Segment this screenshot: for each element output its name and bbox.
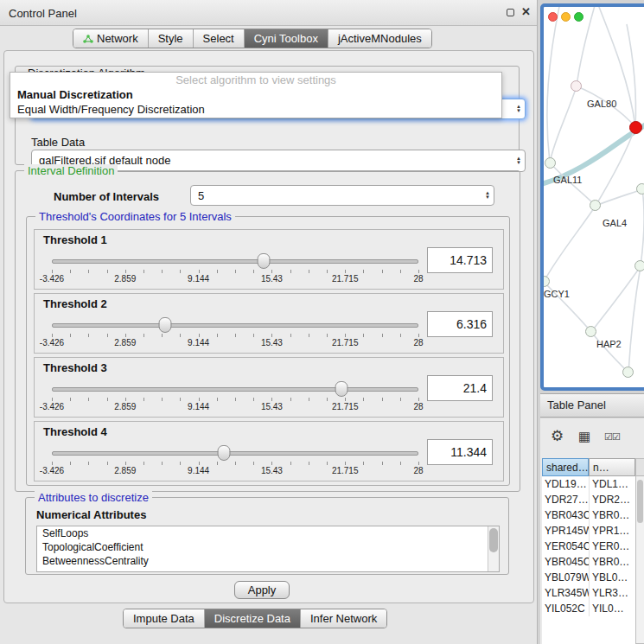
threshold-1-value-field[interactable]: 14.713 <box>427 247 493 273</box>
scale-tick-label: 15.43 <box>261 338 283 348</box>
columns-icon[interactable]: ▦ <box>578 429 590 444</box>
table-row[interactable]: YDR27…YDR2… <box>542 492 635 507</box>
table-panel-titlebar: Table Panel <box>540 393 644 418</box>
slider-track <box>52 387 418 392</box>
network-node[interactable] <box>636 183 644 194</box>
cell: YBL0… <box>589 570 635 585</box>
combo-arrows-icon: ▲▼ <box>516 105 521 113</box>
table-row[interactable]: YBR043CYBR0… <box>542 507 635 523</box>
node-label-hap2: HAP2 <box>596 339 622 349</box>
threshold-2-panel: Threshold 2 -3.426 2.859 9.144 15.43 21.… <box>34 293 504 354</box>
threshold-4-slider-handle[interactable] <box>218 445 231 461</box>
thresholds-group-title: Threshold's Coordinates for 5 Intervals <box>35 210 235 223</box>
select-rows-icon[interactable]: ☑☑ <box>604 431 620 443</box>
threshold-1-slider-handle[interactable] <box>257 253 270 269</box>
network-node[interactable] <box>590 200 601 211</box>
screenshot-root: Control Panel ✕ Network Style Select Cyn… <box>0 0 644 644</box>
scale-tick-label: 2.859 <box>114 466 136 475</box>
bottom-tab-bar: Impute Data Discretize Data Infer Networ… <box>123 609 387 628</box>
scale-tick-label: 15.43 <box>261 402 283 411</box>
threshold-3-slider-handle[interactable] <box>335 381 348 397</box>
scrollbar-thumb[interactable] <box>489 528 498 552</box>
threshold-1-slider[interactable] <box>52 252 418 270</box>
apply-button[interactable]: Apply <box>234 581 290 599</box>
tab-jactivemnodules[interactable]: jActiveMNodules <box>328 29 431 48</box>
zoom-light[interactable] <box>574 12 583 22</box>
close-window-icon[interactable]: ✕ <box>521 5 531 18</box>
threshold-3-slider[interactable] <box>52 380 418 398</box>
tab-cyni-toolbox-label: Cyni Toolbox <box>254 32 318 45</box>
numerical-attributes-list[interactable]: SelfLoops TopologicalCoefficient Between… <box>36 526 500 572</box>
list-item-topologicalcoefficient[interactable]: TopologicalCoefficient <box>37 540 499 554</box>
cell: YBR043C <box>542 507 589 523</box>
table-row[interactable]: YDL19…YDL1… <box>542 476 635 492</box>
table-row[interactable]: YER054CYER0… <box>542 539 635 554</box>
threshold-2-slider[interactable] <box>52 316 418 334</box>
table-row[interactable]: YLR345WYLR3… <box>542 585 635 601</box>
network-node-selected[interactable] <box>629 121 642 134</box>
slider-track <box>52 259 418 264</box>
float-window-icon[interactable] <box>507 9 514 16</box>
column-header-shared-name[interactable]: shared… <box>542 458 589 476</box>
tab-network-label: Network <box>97 32 138 45</box>
control-panel-window: Control Panel ✕ Network Style Select Cyn… <box>0 0 538 644</box>
scale-tick-label: 2.859 <box>114 274 136 284</box>
node-table-rows: YDL19…YDL1… YDR27…YDR2… YBR043CYBR0… YPR… <box>542 476 635 644</box>
tab-discretize-data[interactable]: Discretize Data <box>204 609 300 628</box>
tab-network[interactable]: Network <box>73 29 148 48</box>
table-row[interactable]: YPR145WYPR1… <box>542 523 635 539</box>
tab-style[interactable]: Style <box>148 29 193 48</box>
slider-ticks <box>52 462 419 465</box>
network-node[interactable] <box>634 260 644 271</box>
cell: YIL0… <box>589 601 635 616</box>
scale-tick-label: 28 <box>413 338 423 348</box>
cell: YER0… <box>589 539 635 554</box>
tab-impute-data[interactable]: Impute Data <box>124 609 204 628</box>
threshold-2-slider-handle[interactable] <box>159 317 172 333</box>
table-row[interactable]: YIL052CYIL0… <box>542 601 635 616</box>
threshold-2-label: Threshold 2 <box>43 297 107 310</box>
threshold-3-value-field[interactable]: 21.4 <box>427 375 493 401</box>
tab-infer-network[interactable]: Infer Network <box>300 609 386 628</box>
scale-tick-label: 21.715 <box>332 466 359 475</box>
tab-select[interactable]: Select <box>193 29 244 48</box>
thresholds-coordinates-group: Threshold's Coordinates for 5 Intervals … <box>26 216 510 486</box>
column-header-name[interactable]: n… <box>589 458 635 476</box>
network-node[interactable] <box>545 157 556 169</box>
list-item-betweennesscentrality[interactable]: BetweennessCentrality <box>37 554 499 568</box>
popup-option-manual-discretization[interactable]: Manual Discretization <box>10 87 501 102</box>
scrollbar-thumb[interactable] <box>637 480 643 523</box>
cyni-toolbox-panel: Discretization Algorithm ▲▼ Table Data g… <box>3 50 534 603</box>
list-scrollbar[interactable] <box>488 526 499 571</box>
top-tab-bar: Network Style Select Cyni Toolbox jActiv… <box>73 29 432 48</box>
scrollbar-corner <box>636 459 644 476</box>
network-node[interactable] <box>585 326 596 337</box>
table-row[interactable]: YBL079WYBL0… <box>542 570 635 585</box>
popup-option-equal-width-frequency[interactable]: Equal Width/Frequency Discretization <box>10 102 501 117</box>
cell: YDR27… <box>542 492 589 507</box>
threshold-2-value-field[interactable]: 6.316 <box>427 311 493 337</box>
threshold-4-slider[interactable] <box>52 444 418 462</box>
table-row[interactable]: YBR045CYBR0… <box>542 554 635 570</box>
close-light[interactable] <box>548 12 558 22</box>
tab-cyni-toolbox[interactable]: Cyni Toolbox <box>244 29 328 48</box>
scale-tick-label: 2.859 <box>114 402 136 411</box>
list-item-selfloops[interactable]: SelfLoops <box>37 526 499 540</box>
settings-gear-icon[interactable]: ⚙ <box>551 427 564 445</box>
attributes-group-title: Attributes to discretize <box>35 491 152 504</box>
network-node[interactable] <box>571 80 582 92</box>
node-label-gcy1: GCY1 <box>544 289 570 299</box>
slider-scale: -3.426 2.859 9.144 15.43 21.715 28 <box>52 274 418 284</box>
slider-ticks <box>52 334 419 337</box>
tab-discretize-data-label: Discretize Data <box>214 612 290 625</box>
scale-tick-label: 2.859 <box>114 338 136 348</box>
threshold-1-panel: Threshold 1 -3.426 2.859 9.144 15.43 21.… <box>34 229 504 290</box>
popup-prompt: Select algorithm to view settings <box>10 73 501 87</box>
interval-definition-group: Interval Definition Number of Intervals … <box>15 170 520 492</box>
slider-track <box>52 451 418 456</box>
minimize-light[interactable] <box>561 12 571 22</box>
table-scrollbar[interactable] <box>635 458 644 644</box>
network-node[interactable] <box>622 367 634 378</box>
number-of-intervals-spinner[interactable]: 5 ▲▼ <box>190 185 494 206</box>
threshold-4-value-field[interactable]: 11.344 <box>427 439 493 465</box>
